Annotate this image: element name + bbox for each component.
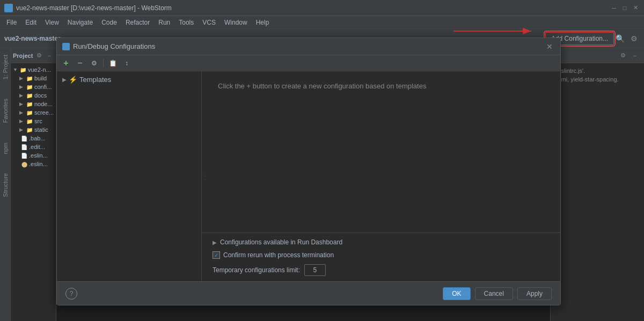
tree-item-static[interactable]: ▶ 📁 static	[12, 125, 55, 134]
project-panel-settings[interactable]: ⚙	[35, 50, 43, 62]
dialog-right-panel: Click the + button to create a new confi…	[202, 71, 560, 281]
temp-config-input[interactable]	[304, 264, 326, 276]
dialog-title: Run/Debug Configurations	[73, 42, 544, 50]
tree-item-label: src	[34, 118, 42, 124]
tree-item-label: confi...	[34, 84, 52, 90]
right-panel-content: '.eslintrc.js'. semi, yield-star-spacing…	[551, 63, 644, 87]
templates-arrow-icon: ▶	[62, 77, 67, 83]
add-config-icon-button[interactable]: +	[60, 57, 72, 69]
confirm-rerun-label: Confirm rerun with process termination	[223, 251, 334, 259]
project-panel-minimize[interactable]: −	[46, 50, 54, 62]
dialog-body: ▶ ⚡ Templates Click the + button to crea…	[57, 71, 560, 281]
settings-icon-button[interactable]: ⚙	[628, 33, 640, 44]
tree-root[interactable]: ▼ 📁 vue2-n...	[12, 65, 55, 74]
dialog-footer: ? OK Cancel Apply	[57, 281, 560, 305]
dialog-toolbar: + − ⚙ 📋 ↕	[57, 55, 560, 71]
window-controls[interactable]: ─ □ ✕	[610, 4, 640, 12]
tree-item-label: docs	[34, 92, 47, 99]
edit-config-button[interactable]: ⚙	[88, 57, 100, 69]
tree-item-node[interactable]: ▶ 📁 node...	[12, 100, 55, 108]
right-line-2: semi, yield-star-spacing.	[555, 76, 640, 83]
hint-text: Click the + button to create a new confi…	[218, 82, 426, 90]
menu-window[interactable]: Window	[220, 18, 252, 27]
title-bar: vue2-news-master [D:\vue2-news-master] -…	[0, 0, 644, 16]
menu-tools[interactable]: Tools	[174, 18, 198, 27]
app-icon	[4, 4, 13, 12]
tree-item-label: build	[34, 75, 47, 81]
dialog-icon	[62, 43, 70, 50]
drag-handle[interactable]: · · ·	[203, 71, 207, 281]
search-icon-button[interactable]: 🔍	[614, 33, 626, 44]
tree-item-config[interactable]: ▶ 📁 confi...	[12, 83, 55, 91]
template-icon: ⚡	[69, 76, 77, 84]
menu-code[interactable]: Code	[97, 18, 121, 27]
menu-edit[interactable]: Edit	[21, 18, 41, 27]
sort-config-button[interactable]: ↕	[121, 57, 133, 69]
tree-item-label: .eslin...	[29, 161, 48, 167]
tree-item-edit[interactable]: 📄 .edit...	[12, 143, 55, 151]
maximize-button[interactable]: □	[620, 4, 629, 12]
project-panel-header: Project ⚙ −	[11, 48, 56, 63]
dialog-hint: Click the + button to create a new confi…	[202, 71, 560, 233]
tree-item-label: node...	[34, 101, 53, 107]
right-panel-settings[interactable]: ⚙	[617, 50, 629, 62]
cancel-button[interactable]: Cancel	[475, 287, 513, 300]
menu-bar: File Edit View Navigate Code Refactor Ru…	[0, 16, 644, 29]
menu-navigate[interactable]: Navigate	[63, 18, 97, 27]
tree-item-label: static	[34, 126, 48, 133]
dialog-left-panel: ▶ ⚡ Templates	[57, 71, 202, 281]
temp-config-row: Temporary configurations limit:	[213, 264, 550, 276]
tree-item-scree[interactable]: ▶ 📁 scree...	[12, 108, 55, 117]
configurations-available-row[interactable]: ▶ Configurations available in Run Dashbo…	[213, 238, 550, 246]
menu-file[interactable]: File	[2, 18, 21, 27]
right-panel-header: ⚙ −	[551, 48, 644, 63]
sidebar-tab-npm[interactable]: npm	[1, 138, 10, 158]
sidebar-tab-structure[interactable]: Structure	[1, 169, 10, 201]
tree-item-label: .edit...	[29, 144, 45, 150]
tree-item-eslint2[interactable]: ⬤ .eslin...	[12, 160, 55, 168]
tree-item-build[interactable]: ▶ 📁 build	[12, 74, 55, 83]
sidebar-tab-project[interactable]: 1: Project	[1, 50, 10, 84]
tree-item-label: .bab...	[29, 135, 46, 141]
menu-view[interactable]: View	[41, 18, 63, 27]
menu-vcs[interactable]: VCS	[198, 18, 220, 27]
tree-item-label: .eslin...	[29, 152, 48, 159]
confirm-rerun-checkbox[interactable]	[213, 251, 220, 259]
configs-arrow-icon: ▶	[213, 240, 217, 245]
confirm-rerun-row: Confirm rerun with process termination	[213, 251, 550, 259]
minimize-button[interactable]: ─	[610, 4, 618, 12]
apply-button[interactable]: Apply	[517, 287, 552, 300]
toolbar-separator-1	[103, 59, 104, 68]
ok-button[interactable]: OK	[443, 287, 470, 300]
templates-item[interactable]: ▶ ⚡ Templates	[59, 73, 199, 86]
dialog-close-button[interactable]: ✕	[544, 41, 555, 52]
copy-config-button[interactable]: 📋	[107, 57, 119, 69]
run-debug-dialog: Run/Debug Configurations ✕ + − ⚙ 📋 ↕ ▶ ⚡…	[56, 38, 561, 305]
project-label: vue2-news-master	[4, 35, 61, 42]
tree-item-docs[interactable]: ▶ 📁 docs	[12, 91, 55, 100]
temp-config-label: Temporary configurations limit:	[213, 266, 300, 274]
menu-refactor[interactable]: Refactor	[121, 18, 154, 27]
right-panel-minimize[interactable]: −	[629, 50, 641, 62]
right-line-1: '.eslintrc.js'.	[555, 68, 640, 74]
menu-help[interactable]: Help	[252, 18, 274, 27]
dialog-title-bar: Run/Debug Configurations ✕	[57, 38, 560, 55]
tree-item-eslint1[interactable]: 📄 .eslin...	[12, 151, 55, 160]
tree-item-src[interactable]: ▶ 📁 src	[12, 117, 55, 125]
project-panel-title: Project	[13, 53, 33, 59]
dialog-bottom-section: ▶ Configurations available in Run Dashbo…	[202, 233, 560, 281]
left-sidebar: 1: Project Favorites npm Structure	[0, 48, 11, 321]
project-tree: ▼ 📁 vue2-n... ▶ 📁 build ▶ 📁 confi... ▶ 📁…	[11, 63, 56, 170]
help-button[interactable]: ?	[65, 288, 77, 300]
project-panel: Project ⚙ − ▼ 📁 vue2-n... ▶ 📁 build ▶ 📁 …	[11, 48, 56, 321]
right-panel: ⚙ − '.eslintrc.js'. semi, yield-star-spa…	[550, 48, 644, 321]
remove-config-button[interactable]: −	[74, 57, 86, 69]
menu-run[interactable]: Run	[154, 18, 174, 27]
sidebar-tab-favorites[interactable]: Favorites	[1, 94, 10, 127]
configs-available-label: Configurations available in Run Dashboar…	[220, 238, 342, 246]
templates-label: Templates	[79, 76, 111, 84]
close-button[interactable]: ✕	[631, 4, 640, 12]
tree-root-label: vue2-n...	[28, 66, 51, 73]
tree-item-label: scree...	[34, 109, 54, 116]
tree-item-bab[interactable]: 📄 .bab...	[12, 134, 55, 143]
